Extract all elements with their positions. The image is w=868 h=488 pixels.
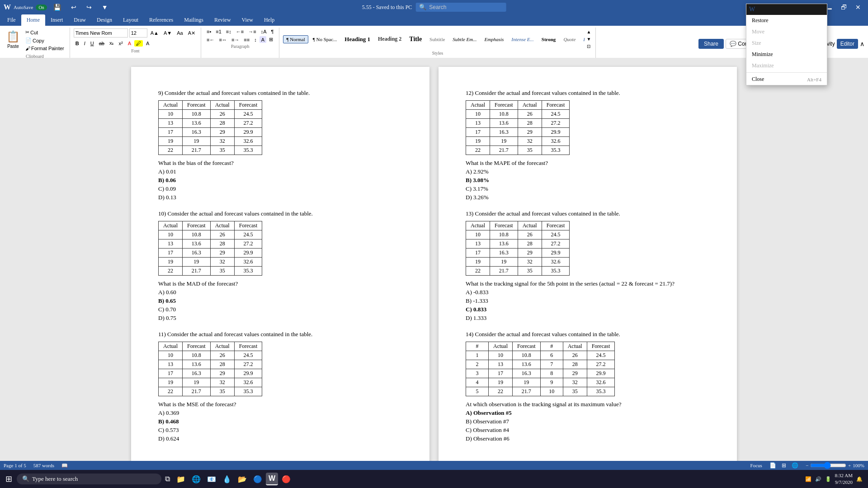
- highlight-button[interactable]: 🖊: [134, 40, 143, 47]
- bold-button[interactable]: B: [74, 40, 81, 47]
- search-icon: 🔍: [419, 4, 426, 11]
- style-intense-e[interactable]: Intense E...: [508, 35, 537, 43]
- style-heading1[interactable]: Heading 1: [341, 34, 373, 44]
- restore-button[interactable]: 🗗: [837, 2, 851, 12]
- paste-button[interactable]: 📋 Paste: [4, 28, 23, 51]
- paragraph-group: ≡• ≡1 ≡↕ ←≡ →≡ ↕A ¶ ≡← ≡↔ ≡→ ≡≡ ↕ A ⊞ Pa…: [201, 28, 279, 60]
- paragraph-label: Paragraph: [205, 43, 275, 49]
- title-bar: W AutoSave On 💾 ↩ ↪ ▼ 5.55 - Saved to th…: [0, 0, 868, 14]
- align-left-button[interactable]: ≡←: [205, 36, 216, 43]
- font-grow-button[interactable]: A▲: [149, 30, 160, 36]
- tab-file[interactable]: File: [2, 14, 21, 26]
- align-center-button[interactable]: ≡↔: [217, 36, 228, 43]
- context-maximize[interactable]: Maximize: [746, 60, 827, 62]
- tab-view[interactable]: View: [236, 14, 259, 26]
- style-no-spacing[interactable]: ¶ No Spac...: [310, 35, 340, 43]
- borders-button[interactable]: ⊞: [267, 36, 275, 43]
- move-label: Move: [752, 28, 764, 35]
- tab-references[interactable]: References: [144, 14, 179, 26]
- ribbon-tabs: File Home Insert Draw Design Layout Refe…: [0, 14, 868, 26]
- style-heading2[interactable]: Heading 2: [375, 34, 405, 44]
- paragraph-row-1: ≡• ≡1 ≡↕ ←≡ →≡ ↕A ¶: [205, 28, 275, 35]
- format-painter-icon: 🖌: [25, 46, 30, 51]
- collapse-ribbon-button[interactable]: ∧: [860, 40, 864, 47]
- format-painter-label: Format Painter: [31, 46, 64, 51]
- share-button[interactable]: Share: [698, 39, 724, 49]
- superscript-button[interactable]: x²: [117, 40, 124, 47]
- tab-layout[interactable]: Layout: [118, 14, 144, 26]
- multilevel-button[interactable]: ≡↕: [224, 28, 233, 35]
- font-family-input[interactable]: [74, 28, 128, 38]
- styles-more[interactable]: ⊡: [585, 43, 592, 50]
- search-input[interactable]: [429, 4, 492, 10]
- text-color-button[interactable]: A: [144, 40, 151, 47]
- change-case-button[interactable]: Aa: [175, 30, 184, 36]
- font-shrink-button[interactable]: A▼: [162, 30, 174, 36]
- font-row-1: A▲ A▼ Aa A✕: [74, 28, 197, 38]
- search-bar[interactable]: 🔍: [415, 3, 506, 12]
- save-button[interactable]: 💾: [50, 2, 65, 12]
- style-title[interactable]: Title: [406, 34, 425, 44]
- ribbon: File Home Insert Draw Design Layout Refe…: [0, 14, 868, 26]
- context-minimize[interactable]: Minimize: [746, 49, 827, 60]
- clear-format-button[interactable]: A✕: [186, 30, 197, 37]
- styles-scroll-down[interactable]: ▼: [585, 36, 592, 42]
- style-normal[interactable]: ¶ Normal: [283, 35, 308, 43]
- paste-icon: 📋: [6, 30, 20, 43]
- style-emphasis[interactable]: Emphasis: [481, 35, 507, 43]
- tab-mailings[interactable]: Mailings: [179, 14, 209, 26]
- close-button[interactable]: ✕: [852, 2, 864, 12]
- cut-label: Cut: [30, 30, 38, 35]
- title-bar-left: W AutoSave On 💾 ↩ ↪ ▼: [4, 2, 111, 12]
- strikethrough-button[interactable]: ab: [97, 40, 106, 47]
- justify-button[interactable]: ≡≡: [242, 36, 251, 43]
- subscript-button[interactable]: x₂: [108, 40, 116, 47]
- undo-button[interactable]: ↩: [67, 2, 80, 12]
- font-label: Font: [74, 47, 197, 53]
- decrease-indent-button[interactable]: ←≡: [234, 28, 245, 35]
- clipboard-content: 📋 Paste ✂ Cut 📄 Copy 🖌 Format Painter: [4, 28, 66, 53]
- paste-label: Paste: [7, 44, 19, 49]
- style-subtitle[interactable]: Subtitle: [426, 35, 448, 43]
- numbering-button[interactable]: ≡1: [214, 28, 223, 35]
- format-painter-button[interactable]: 🖌 Format Painter: [24, 45, 66, 52]
- show-marks-button[interactable]: ¶: [269, 28, 275, 35]
- shading-button[interactable]: A: [259, 36, 266, 43]
- style-intense-q[interactable]: Intense Q...: [580, 35, 585, 43]
- sort-button[interactable]: ↕A: [259, 28, 269, 35]
- style-subtle-em[interactable]: Subtle Em...: [449, 35, 480, 43]
- tab-help[interactable]: Help: [259, 14, 280, 26]
- clipboard-group: 📋 Paste ✂ Cut 📄 Copy 🖌 Format Painter: [0, 28, 70, 60]
- tab-draw[interactable]: Draw: [68, 14, 91, 26]
- italic-button[interactable]: I: [82, 40, 87, 47]
- size-label: Size: [752, 40, 761, 47]
- increase-indent-button[interactable]: →≡: [246, 28, 258, 35]
- context-move[interactable]: Move: [746, 26, 827, 38]
- line-spacing-button[interactable]: ↕: [252, 36, 259, 43]
- customize-button[interactable]: ▼: [98, 2, 112, 12]
- font-row-2: B I U ab x₂ x² A 🖊 A: [74, 40, 197, 47]
- redo-button[interactable]: ↪: [83, 2, 95, 12]
- bullets-button[interactable]: ≡•: [205, 28, 213, 35]
- tab-home[interactable]: Home: [21, 14, 45, 26]
- font-size-input[interactable]: [129, 28, 147, 38]
- copy-button[interactable]: 📄 Copy: [24, 37, 66, 44]
- style-strong[interactable]: Strong: [538, 35, 559, 43]
- font-color-button[interactable]: A: [126, 40, 133, 47]
- tab-design[interactable]: Design: [91, 14, 118, 26]
- context-menu[interactable]: W Restore Move Size Minimize Maximize Cl…: [746, 4, 827, 62]
- title-bar-center: 5.55 - Saved to this PC 🔍: [362, 3, 506, 12]
- tab-review[interactable]: Review: [209, 14, 236, 26]
- context-restore[interactable]: Restore: [746, 15, 827, 26]
- autosave-toggle[interactable]: On: [36, 5, 47, 10]
- align-right-button[interactable]: ≡→: [230, 36, 241, 43]
- document-area[interactable]: 9) Consider the actual and forecast valu…: [0, 58, 868, 62]
- context-size[interactable]: Size: [746, 38, 827, 49]
- styles-scroll-up[interactable]: ▲: [585, 28, 592, 35]
- style-quote[interactable]: Quote: [560, 35, 579, 43]
- autosave-label: AutoSave: [14, 5, 33, 10]
- underline-button[interactable]: U: [89, 40, 96, 47]
- editor-button[interactable]: Editor: [837, 39, 858, 49]
- tab-insert[interactable]: Insert: [45, 14, 68, 26]
- cut-button[interactable]: ✂ Cut: [24, 28, 66, 36]
